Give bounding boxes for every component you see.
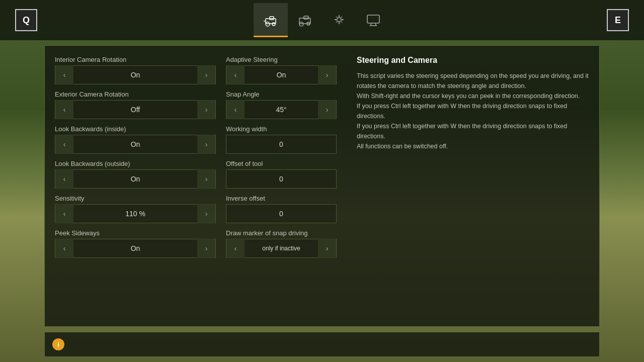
sensitivity-value: 110 % bbox=[73, 210, 197, 218]
look-backwards-inside-label: Look Backwards (inside) bbox=[55, 125, 216, 133]
snap-angle-control: ‹ 45° › bbox=[226, 100, 337, 119]
peek-sideways-next[interactable]: › bbox=[197, 239, 215, 258]
snap-angle-group: Snap Angle ‹ 45° › bbox=[226, 90, 337, 119]
draw-marker-control: ‹ only if inactive › bbox=[226, 239, 337, 258]
draw-marker-label: Draw marker of snap driving bbox=[226, 229, 337, 237]
sensitivity-group: Sensitivity ‹ 110 % › bbox=[55, 195, 216, 223]
interior-camera-rotation-label: Interior Camera Rotation bbox=[55, 56, 216, 63]
inverse-offset-group: Inverse offset 0 bbox=[226, 195, 337, 223]
tab-tools[interactable] bbox=[322, 3, 356, 37]
tab-display[interactable] bbox=[356, 3, 390, 37]
working-width-label: Working width bbox=[226, 125, 337, 133]
nav-tabs bbox=[254, 3, 390, 37]
look-backwards-outside-control: ‹ On › bbox=[55, 169, 216, 189]
peek-sideways-group: Peek Sideways ‹ On › bbox=[55, 229, 216, 258]
draw-marker-next[interactable]: › bbox=[318, 239, 336, 258]
adaptive-steering-next[interactable]: › bbox=[318, 65, 336, 84]
look-backwards-outside-label: Look Backwards (outside) bbox=[55, 160, 216, 167]
description-body: This script varies the steering speed de… bbox=[357, 71, 589, 151]
inverse-offset-label: Inverse offset bbox=[226, 195, 337, 202]
offset-of-tool-group: Offset of tool 0 bbox=[226, 160, 337, 189]
exterior-camera-rotation-next[interactable]: › bbox=[197, 100, 215, 119]
draw-marker-value: only if inactive bbox=[245, 245, 318, 252]
peek-sideways-label: Peek Sideways bbox=[55, 229, 216, 237]
sensitivity-prev[interactable]: ‹ bbox=[55, 204, 73, 223]
exterior-camera-rotation-label: Exterior Camera Rotation bbox=[55, 90, 216, 98]
look-backwards-outside-next[interactable]: › bbox=[197, 169, 215, 189]
tab-vehicle[interactable] bbox=[254, 3, 288, 37]
interior-camera-rotation-prev[interactable]: ‹ bbox=[55, 65, 73, 84]
draw-marker-prev[interactable]: ‹ bbox=[226, 239, 245, 258]
peek-sideways-value: On bbox=[73, 244, 197, 252]
look-backwards-inside-prev[interactable]: ‹ bbox=[55, 135, 73, 154]
interior-camera-rotation-group: Interior Camera Rotation ‹ On › bbox=[55, 56, 216, 84]
snap-angle-prev[interactable]: ‹ bbox=[226, 100, 245, 119]
svg-rect-3 bbox=[270, 17, 274, 20]
exterior-camera-rotation-control: ‹ Off › bbox=[55, 100, 216, 119]
working-width-input[interactable]: 0 bbox=[226, 135, 337, 154]
inverse-offset-value: 0 bbox=[279, 210, 283, 218]
offset-of-tool-label: Offset of tool bbox=[226, 160, 337, 167]
interior-camera-rotation-next[interactable]: › bbox=[197, 65, 215, 84]
look-backwards-inside-value: On bbox=[73, 140, 197, 148]
svg-rect-10 bbox=[367, 15, 379, 23]
look-backwards-inside-group: Look Backwards (inside) ‹ On › bbox=[55, 125, 216, 154]
sensitivity-label: Sensitivity bbox=[55, 195, 216, 202]
look-backwards-outside-value: On bbox=[73, 175, 197, 183]
draw-marker-group: Draw marker of snap driving ‹ only if in… bbox=[226, 229, 337, 258]
adaptive-steering-label: Adaptive Steering bbox=[226, 56, 337, 63]
middle-column: Adaptive Steering ‹ On › Snap Angle ‹ 45… bbox=[226, 56, 337, 316]
adaptive-steering-control: ‹ On › bbox=[226, 65, 337, 84]
adaptive-steering-group: Adaptive Steering ‹ On › bbox=[226, 56, 337, 84]
look-backwards-outside-prev[interactable]: ‹ bbox=[55, 169, 73, 189]
sensitivity-control: ‹ 110 % › bbox=[55, 204, 216, 223]
tab-tractor[interactable] bbox=[288, 3, 322, 37]
exterior-camera-rotation-group: Exterior Camera Rotation ‹ Off › bbox=[55, 90, 216, 119]
exterior-camera-rotation-prev[interactable]: ‹ bbox=[55, 100, 73, 119]
e-button[interactable]: E bbox=[607, 9, 629, 31]
description-panel: Steering and Camera This script varies t… bbox=[347, 56, 589, 316]
offset-of-tool-input[interactable]: 0 bbox=[226, 169, 337, 189]
peek-sideways-prev[interactable]: ‹ bbox=[55, 239, 73, 258]
look-backwards-inside-control: ‹ On › bbox=[55, 135, 216, 154]
look-backwards-outside-group: Look Backwards (outside) ‹ On › bbox=[55, 160, 216, 189]
look-backwards-inside-next[interactable]: › bbox=[197, 135, 215, 154]
svg-point-9 bbox=[337, 18, 341, 22]
snap-angle-next[interactable]: › bbox=[318, 100, 336, 119]
exterior-camera-rotation-value: Off bbox=[73, 106, 197, 114]
working-width-group: Working width 0 bbox=[226, 125, 337, 154]
svg-rect-8 bbox=[304, 16, 308, 19]
q-button[interactable]: Q bbox=[15, 9, 37, 31]
interior-camera-rotation-value: On bbox=[73, 71, 197, 79]
panel-content: Interior Camera Rotation ‹ On › Exterior… bbox=[55, 56, 589, 316]
sensitivity-next[interactable]: › bbox=[197, 204, 215, 223]
main-panel: Interior Camera Rotation ‹ On › Exterior… bbox=[44, 45, 600, 327]
left-column: Interior Camera Rotation ‹ On › Exterior… bbox=[55, 56, 216, 316]
snap-angle-value: 45° bbox=[245, 106, 318, 114]
peek-sideways-control: ‹ On › bbox=[55, 239, 216, 258]
adaptive-steering-prev[interactable]: ‹ bbox=[226, 65, 245, 84]
description-title: Steering and Camera bbox=[357, 56, 589, 65]
svg-point-1 bbox=[266, 22, 270, 26]
top-bar: Q bbox=[0, 0, 644, 40]
working-width-value: 0 bbox=[279, 140, 283, 148]
interior-camera-rotation-control: ‹ On › bbox=[55, 65, 216, 84]
inverse-offset-input[interactable]: 0 bbox=[226, 204, 337, 223]
offset-of-tool-value: 0 bbox=[279, 175, 283, 183]
svg-point-6 bbox=[299, 22, 303, 26]
bottom-bar: i bbox=[44, 332, 600, 357]
snap-angle-label: Snap Angle bbox=[226, 90, 337, 98]
svg-point-2 bbox=[272, 23, 275, 26]
info-icon: i bbox=[52, 338, 64, 350]
adaptive-steering-value: On bbox=[245, 71, 318, 79]
